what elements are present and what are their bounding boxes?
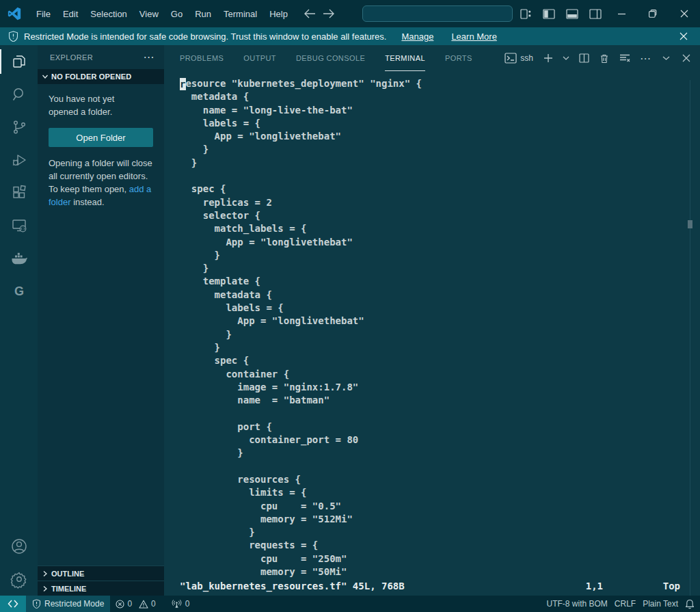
gitlens-icon[interactable]: G xyxy=(0,275,38,308)
vim-file-info: "lab_kubernetes_resources.tf" 45L, 768B xyxy=(180,581,405,591)
language-mode-status[interactable]: Plain Text xyxy=(643,599,678,609)
no-folder-opened-label: NO FOLDER OPENED xyxy=(51,72,132,81)
empty-folder-text: You have not yet opened a folder. xyxy=(49,92,153,118)
menu-view[interactable]: View xyxy=(133,4,165,23)
menu-go[interactable]: Go xyxy=(165,4,189,23)
outline-section-header[interactable]: OUTLINE xyxy=(38,566,164,581)
source-control-icon[interactable] xyxy=(0,111,38,144)
panel-more-actions-icon[interactable]: ⋯ xyxy=(637,50,654,66)
activity-bar: G xyxy=(0,45,38,596)
menu-bar: File Edit Selection View Go Run Terminal… xyxy=(30,4,294,23)
kill-terminal-icon[interactable] xyxy=(596,50,612,66)
menu-help[interactable]: Help xyxy=(263,4,294,23)
active-terminal-item[interactable]: ssh xyxy=(504,53,533,64)
workspace-trust-shield-icon xyxy=(8,31,18,42)
minimize-button[interactable] xyxy=(606,0,637,27)
tab-ports[interactable]: PORTS xyxy=(445,45,472,71)
command-center-search[interactable] xyxy=(362,5,513,22)
explorer-more-actions-icon[interactable]: ⋯ xyxy=(144,51,154,64)
shield-icon xyxy=(32,599,41,609)
terminal-scrollbar-thumb[interactable] xyxy=(688,220,692,228)
tab-output[interactable]: OUTPUT xyxy=(243,45,276,71)
toggle-sidebar-icon[interactable] xyxy=(540,5,558,22)
menu-edit[interactable]: Edit xyxy=(57,4,84,23)
outline-label: OUTLINE xyxy=(51,570,84,578)
problems-status[interactable]: 0 0 xyxy=(110,599,165,609)
restricted-mode-label: Restricted Mode xyxy=(44,599,104,609)
vscode-logo-icon xyxy=(7,6,22,21)
title-bar: File Edit Selection View Go Run Terminal… xyxy=(0,0,700,27)
radio-tower-icon xyxy=(172,599,182,609)
terminal-scrollbar[interactable] xyxy=(690,80,690,596)
menu-terminal[interactable]: Terminal xyxy=(217,4,263,23)
vim-scroll-position: Top xyxy=(663,581,680,591)
remote-icon xyxy=(8,600,18,608)
terminal-cursor: r xyxy=(180,78,186,90)
go-forward-icon[interactable] xyxy=(323,9,335,18)
no-folder-opened-header[interactable]: NO FOLDER OPENED xyxy=(38,69,164,84)
warnings-icon xyxy=(139,600,148,609)
sidebar-title: EXPLORER xyxy=(50,53,93,62)
terminal-view[interactable]: resource "kubernetes_deployment" "nginx"… xyxy=(164,71,700,596)
restricted-mode-status[interactable]: Restricted Mode xyxy=(26,596,110,612)
eol-status[interactable]: CRLF xyxy=(615,599,636,609)
restore-button[interactable] xyxy=(637,0,669,27)
timeline-label: TIMELINE xyxy=(51,585,86,593)
terminal-icon xyxy=(504,53,517,64)
vim-ruler: 1,1 xyxy=(586,581,603,591)
banner-close-icon[interactable] xyxy=(674,32,693,40)
remote-indicator[interactable] xyxy=(0,596,26,612)
run-and-debug-icon[interactable] xyxy=(0,144,38,176)
chevron-right-icon xyxy=(42,585,49,592)
chevron-down-icon xyxy=(42,73,49,80)
toggle-panel-icon[interactable] xyxy=(563,5,581,22)
banner-message: Restricted Mode is intended for safe cod… xyxy=(24,31,386,42)
go-back-icon[interactable] xyxy=(304,9,316,18)
extensions-icon[interactable] xyxy=(0,176,38,209)
vim-status-line: "lab_kubernetes_resources.tf" 45L, 768B … xyxy=(180,581,700,591)
terminal-profile-dropdown-icon[interactable] xyxy=(561,50,571,66)
restricted-mode-banner: Restricted Mode is intended for safe cod… xyxy=(0,27,700,45)
panel-header: PROBLEMS OUTPUT DEBUG CONSOLE TERMINAL P… xyxy=(164,45,700,71)
clear-terminal-icon[interactable] xyxy=(617,50,633,66)
accounts-icon[interactable] xyxy=(0,530,38,563)
bottom-panel: PROBLEMS OUTPUT DEBUG CONSOLE TERMINAL P… xyxy=(164,45,700,596)
settings-gear-icon[interactable] xyxy=(0,563,38,596)
close-panel-icon[interactable] xyxy=(678,50,695,66)
ports-count: 0 xyxy=(185,599,190,609)
explorer-icon[interactable] xyxy=(0,45,38,78)
status-bar: Restricted Mode 0 0 0 UTF-8 with BOM CRL… xyxy=(0,596,700,612)
terminal-text: resource "kubernetes_deployment" "nginx"… xyxy=(164,71,700,578)
svg-text:G: G xyxy=(14,284,23,298)
docker-icon[interactable] xyxy=(0,242,38,275)
menu-selection[interactable]: Selection xyxy=(84,4,133,23)
tab-debug-console[interactable]: DEBUG CONSOLE xyxy=(296,45,365,71)
errors-count: 0 xyxy=(127,599,132,609)
maximize-panel-icon[interactable] xyxy=(658,50,674,66)
new-terminal-icon[interactable] xyxy=(540,50,556,66)
ports-status[interactable]: 0 xyxy=(165,596,196,612)
warnings-count: 0 xyxy=(151,599,156,609)
menu-run[interactable]: Run xyxy=(189,4,217,23)
encoding-status[interactable]: UTF-8 with BOM xyxy=(547,599,608,609)
menu-file[interactable]: File xyxy=(30,4,57,23)
tab-terminal[interactable]: TERMINAL xyxy=(385,45,425,71)
customize-layout-icon[interactable] xyxy=(517,5,535,22)
tab-problems[interactable]: PROBLEMS xyxy=(180,45,224,71)
explorer-sidebar: EXPLORER ⋯ NO FOLDER OPENED You have not… xyxy=(38,45,164,596)
terminal-name-label: ssh xyxy=(520,53,533,63)
chevron-right-icon xyxy=(42,570,49,577)
timeline-section-header[interactable]: TIMELINE xyxy=(38,581,164,596)
close-window-button[interactable] xyxy=(669,0,700,27)
remote-explorer-icon[interactable] xyxy=(0,209,38,242)
search-icon[interactable] xyxy=(0,78,38,111)
toggle-secondary-sidebar-icon[interactable] xyxy=(587,5,604,22)
open-folder-button[interactable]: Open Folder xyxy=(49,128,153,147)
split-terminal-icon[interactable] xyxy=(576,50,592,66)
notifications-bell-icon[interactable] xyxy=(685,599,695,609)
open-folder-note: Opening a folder will close all currentl… xyxy=(49,157,153,209)
manage-link[interactable]: Manage xyxy=(401,31,433,42)
learn-more-link[interactable]: Learn More xyxy=(451,31,496,42)
errors-icon xyxy=(116,600,124,609)
